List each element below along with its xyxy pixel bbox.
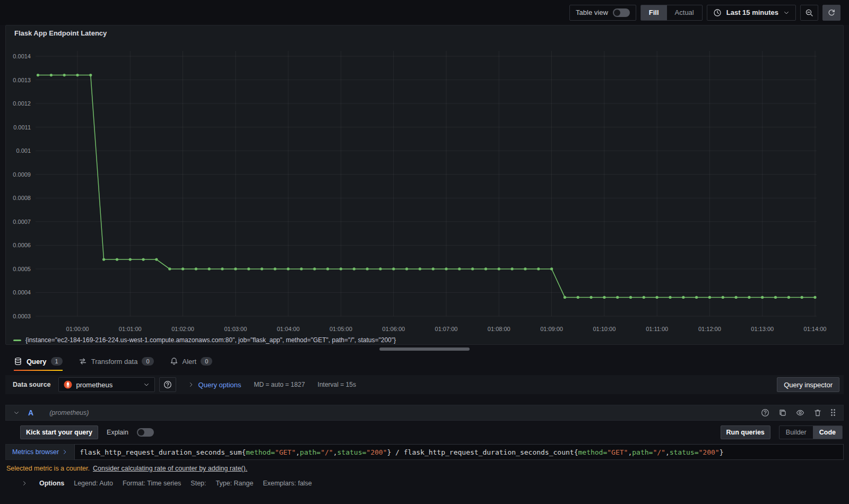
svg-text:0.0012: 0.0012 <box>13 100 31 107</box>
kick-start-query-button[interactable]: Kick start your query <box>20 425 98 439</box>
angle-right-icon <box>62 449 68 455</box>
table-view-control[interactable]: Table view <box>569 5 636 21</box>
latency-panel: Flask App Endpoint Latency 0.00140.00130… <box>5 25 844 345</box>
svg-text:0.0009: 0.0009 <box>13 171 31 178</box>
svg-text:0.0005: 0.0005 <box>13 266 31 272</box>
svg-text:01:11:00: 01:11:00 <box>646 326 668 332</box>
topbar: Table view Fill Actual Last 15 minutes <box>0 0 849 25</box>
fill-actual-group: Fill Actual <box>640 5 703 21</box>
query-options-label: Query options <box>198 381 241 389</box>
zoom-out-button[interactable] <box>800 5 818 21</box>
svg-text:01:08:00: 01:08:00 <box>488 326 510 332</box>
run-queries-button[interactable]: Run queries <box>721 425 770 439</box>
time-range-picker[interactable]: Last 15 minutes <box>707 5 796 21</box>
metrics-browser-label: Metrics browser <box>12 448 59 456</box>
max-data-points-text: MD = auto = 1827 <box>254 381 305 388</box>
svg-text:0.0014: 0.0014 <box>13 53 31 59</box>
series-legend-label: {instance="ec2-184-169-216-224.us-west-1… <box>25 336 396 344</box>
svg-text:0.001: 0.001 <box>16 147 31 154</box>
actual-button[interactable]: Actual <box>667 5 702 20</box>
datasource-help-button[interactable] <box>159 377 176 392</box>
svg-text:0.0007: 0.0007 <box>13 219 31 225</box>
refresh-icon <box>827 8 836 17</box>
options-label: Options <box>39 480 64 487</box>
counter-warning: Selected metric is a counter. Consider c… <box>5 465 844 472</box>
chevron-down-icon <box>783 10 790 16</box>
table-view-label: Table view <box>576 8 608 16</box>
editor-tabs: Query 1 Transform data 0 Alert 0 <box>5 351 844 371</box>
svg-text:01:07:00: 01:07:00 <box>435 326 458 332</box>
svg-text:01:04:00: 01:04:00 <box>277 326 300 332</box>
query-row-actions <box>761 409 836 417</box>
query-row-header[interactable]: A (prometheus) <box>5 405 844 421</box>
tab-alert-badge: 0 <box>201 357 212 366</box>
svg-text:0.0008: 0.0008 <box>13 195 31 201</box>
series-color-swatch <box>13 340 21 341</box>
datasource-value: prometheus <box>76 381 113 389</box>
chevron-down-icon <box>143 381 150 388</box>
transform-icon <box>79 357 87 366</box>
chevron-down-icon[interactable] <box>13 410 20 416</box>
query-options-expander[interactable]: Query options <box>188 381 241 389</box>
zoom-out-icon <box>805 8 813 17</box>
interval-text: Interval = 15s <box>318 381 356 388</box>
active-tab-underline <box>14 370 63 371</box>
query-expression[interactable]: flask_http_request_duration_seconds_sum{… <box>74 444 844 460</box>
datasource-select[interactable]: prometheus <box>58 377 155 392</box>
query-options-summary[interactable]: Options Legend: Auto Format: Time series… <box>21 480 844 493</box>
tab-alert-label: Alert <box>183 358 197 366</box>
datasource-label: Data source <box>10 381 54 388</box>
svg-text:0.0006: 0.0006 <box>13 242 31 248</box>
trash-icon[interactable] <box>813 409 822 417</box>
duplicate-icon[interactable] <box>778 409 787 417</box>
svg-text:0.0003: 0.0003 <box>13 313 31 319</box>
prometheus-icon <box>64 380 72 389</box>
options-format: Format: Time series <box>123 480 181 487</box>
tab-transform-label: Transform data <box>91 358 138 366</box>
panel-title: Flask App Endpoint Latency <box>6 25 843 41</box>
query-datasource-hint: (prometheus) <box>49 409 89 416</box>
tab-transform-data[interactable]: Transform data 0 <box>79 357 154 371</box>
grip-icon[interactable] <box>831 409 836 416</box>
refresh-button[interactable] <box>822 5 841 21</box>
database-icon <box>14 357 22 366</box>
tab-query[interactable]: Query 1 <box>14 357 63 371</box>
options-type: Type: Range <box>216 480 254 487</box>
svg-text:01:10:00: 01:10:00 <box>593 326 616 332</box>
help-icon <box>163 380 172 389</box>
svg-text:0.0004: 0.0004 <box>13 289 31 296</box>
angle-right-icon <box>188 381 194 388</box>
svg-text:0.0011: 0.0011 <box>13 124 31 131</box>
query-editor: A (prometheus) Kick start your query Exp… <box>5 405 844 493</box>
table-view-toggle[interactable] <box>613 8 630 17</box>
angle-right-icon <box>21 480 28 486</box>
svg-text:01:06:00: 01:06:00 <box>382 326 405 332</box>
help-icon[interactable] <box>761 409 769 417</box>
fill-button[interactable]: Fill <box>641 5 667 20</box>
metrics-browser-expander[interactable]: Metrics browser <box>5 444 74 460</box>
warning-rate-link[interactable]: Consider calculating rate of counter by … <box>93 465 247 472</box>
query-inspector-button[interactable]: Query inspector <box>777 377 839 392</box>
svg-text:01:14:00: 01:14:00 <box>804 326 827 332</box>
clock-icon <box>713 8 722 17</box>
query-expression-row: Metrics browser flask_http_request_durat… <box>5 444 844 460</box>
svg-text:01:01:00: 01:01:00 <box>119 326 142 332</box>
latency-chart[interactable]: 0.00140.00130.00120.00110.0010.00090.000… <box>6 41 843 336</box>
eye-icon[interactable] <box>796 409 804 417</box>
query-ref-id[interactable]: A <box>28 409 33 417</box>
explain-toggle[interactable] <box>137 428 154 437</box>
svg-text:01:02:00: 01:02:00 <box>171 326 194 332</box>
svg-text:01:12:00: 01:12:00 <box>698 326 721 332</box>
svg-text:01:13:00: 01:13:00 <box>751 326 774 332</box>
svg-text:01:00:00: 01:00:00 <box>66 326 89 332</box>
svg-text:01:03:00: 01:03:00 <box>224 326 247 332</box>
builder-button[interactable]: Builder <box>779 426 813 439</box>
code-button[interactable]: Code <box>813 426 842 439</box>
options-exemplars: Exemplars: false <box>263 480 311 487</box>
svg-text:01:05:00: 01:05:00 <box>330 326 352 332</box>
tab-alert[interactable]: Alert 0 <box>170 357 213 371</box>
tab-query-badge: 1 <box>51 357 63 366</box>
series-legend[interactable]: {instance="ec2-184-169-216-224.us-west-1… <box>6 336 843 344</box>
query-toolbar: Kick start your query Explain Run querie… <box>20 425 843 439</box>
bell-icon <box>170 357 178 366</box>
